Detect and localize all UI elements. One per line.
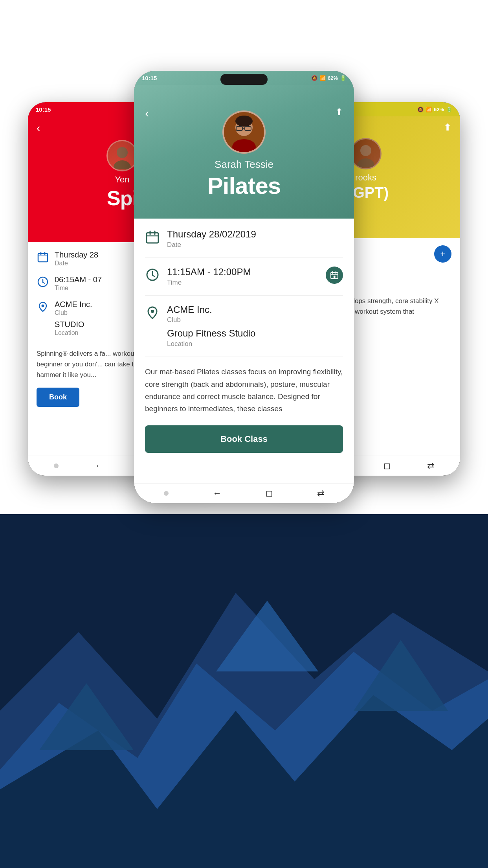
left-club-value: ACME Inc. (55, 300, 92, 309)
svg-point-28 (235, 116, 253, 127)
center-time-value: 11:15AM - 12:00PM (167, 267, 319, 278)
center-date-sub: Date (167, 241, 256, 249)
svg-point-8 (114, 160, 131, 169)
center-status-icons: 🔕 📶 62% 🔋 (311, 75, 346, 81)
center-nav-dot (164, 491, 169, 496)
phone-center-screen: 10:15 🔕 📶 62% 🔋 ‹ ⬆ (134, 71, 354, 503)
left-trainer-avatar (106, 140, 138, 171)
center-status-time: 10:15 (142, 75, 157, 81)
svg-line-39 (152, 275, 155, 277)
svg-point-7 (117, 147, 128, 158)
right-nav-home[interactable]: ◻ (383, 461, 391, 471)
left-date-value: Thursday 28 (55, 250, 98, 259)
center-share-button[interactable]: ⬆ (335, 107, 343, 118)
clock-icon-center (145, 267, 160, 282)
left-time-sub: Time (55, 285, 102, 292)
right-nav-recent[interactable]: ⇄ (427, 461, 434, 471)
location-icon-center (145, 305, 160, 320)
left-location-value: STUDIO (55, 320, 92, 329)
right-trainer-name: rooks (355, 173, 376, 183)
clock-icon-left (37, 276, 49, 288)
svg-rect-33 (147, 233, 158, 243)
svg-line-15 (43, 282, 45, 283)
center-nav-back[interactable]: ← (213, 488, 222, 498)
center-add-to-calendar-button[interactable] (326, 267, 343, 284)
left-nav-dot (54, 463, 59, 468)
left-nav-back[interactable]: ← (95, 461, 104, 471)
left-book-button[interactable]: Book (37, 388, 79, 407)
center-trainer-name: Sarah Tessie (215, 158, 273, 171)
svg-point-16 (42, 305, 44, 307)
center-description: Our mat-based Pilates classes focus on i… (145, 366, 343, 421)
left-class-title: Spi (107, 186, 138, 210)
center-nav-bar: ← ◻ ⇄ (134, 483, 354, 503)
svg-point-18 (357, 158, 374, 167)
phones-container: 10:15 🔕 📶 62% 🔋 ‹ Yen Spi (28, 71, 460, 700)
center-location-sub: Location (167, 340, 255, 348)
center-time-sub: Time (167, 279, 319, 287)
phone-center: 10:15 🔕 📶 62% 🔋 ‹ ⬆ (134, 71, 354, 503)
center-content: Thursday 28/02/2019 Date 11:15AM - 12:00… (134, 219, 354, 463)
location-icon-left (37, 300, 49, 313)
center-nav-home[interactable]: ◻ (266, 488, 273, 498)
left-trainer-name: Yen (115, 175, 129, 185)
left-status-time: 10:15 (36, 106, 51, 113)
left-location-sub: Location (55, 329, 92, 337)
center-location-row: ACME Inc. Club Group Fitness Studio Loca… (145, 304, 343, 357)
svg-point-46 (151, 310, 154, 313)
right-status-icons: 🔕 📶 62% 🔋 (417, 107, 452, 112)
center-date-value: Thursday 28/02/2019 (167, 229, 256, 240)
center-time-row: 11:15AM - 12:00PM Time (145, 267, 343, 296)
right-add-button[interactable]: + (434, 245, 451, 263)
calendar-icon (37, 251, 49, 263)
left-time-value: 06:15AM - 07 (55, 275, 102, 284)
center-club-sub: Club (167, 316, 255, 324)
center-back-button[interactable]: ‹ (145, 107, 149, 120)
svg-rect-9 (38, 254, 48, 262)
center-trainer-avatar (222, 110, 266, 154)
left-club-sub: Club (55, 309, 92, 316)
center-header: ‹ ⬆ (134, 85, 354, 219)
svg-point-17 (360, 145, 371, 156)
calendar-icon-center (145, 230, 160, 245)
center-club-value: ACME Inc. (167, 304, 255, 316)
left-back-button[interactable]: ‹ (37, 122, 40, 134)
right-trainer-avatar (350, 138, 382, 169)
center-notch (220, 74, 268, 85)
left-date-sub: Date (55, 260, 98, 267)
right-share-button[interactable]: ⬆ (444, 122, 451, 133)
center-date-row: Thursday 28/02/2019 Date (145, 229, 343, 258)
center-location-value: Group Fitness Studio (167, 328, 255, 339)
center-nav-recent[interactable]: ⇄ (317, 488, 324, 498)
center-book-button[interactable]: Book Class (145, 425, 343, 453)
center-class-title: Pilates (207, 172, 281, 199)
